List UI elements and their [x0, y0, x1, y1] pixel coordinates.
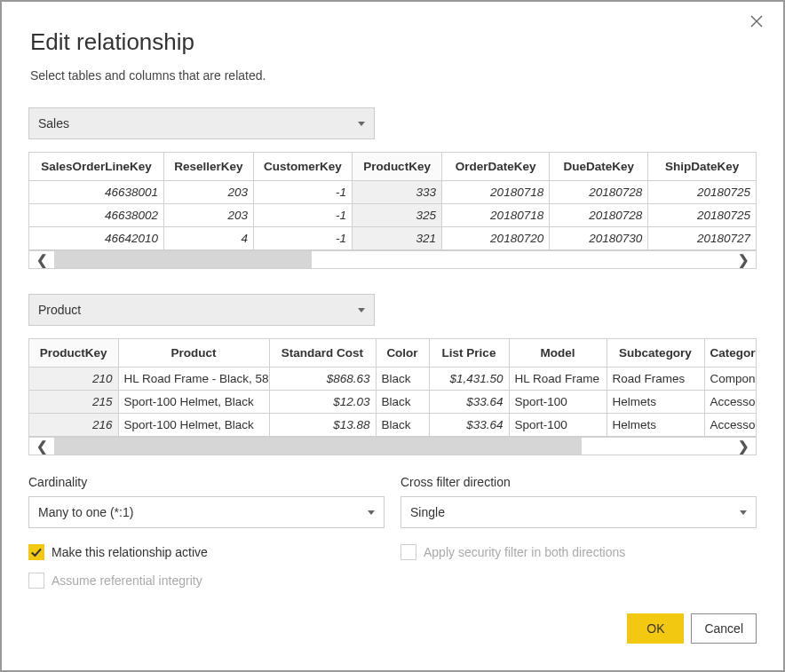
chevron-down-icon: [368, 510, 375, 515]
col-header[interactable]: CustomerKey: [253, 153, 352, 181]
table2-grid: ProductKey Product Standard Cost Color L…: [28, 338, 757, 438]
col-header[interactable]: OrderDateKey: [442, 153, 550, 181]
col-header[interactable]: ProductKey: [29, 339, 118, 368]
scroll-left-icon[interactable]: ❮: [29, 438, 54, 455]
table-row[interactable]: 210 HL Road Frame - Black, 58 $868.63 Bl…: [29, 368, 757, 391]
checkbox-icon: [28, 544, 44, 560]
active-checkbox[interactable]: Make this relationship active: [28, 544, 385, 560]
crossfilter-label: Cross filter direction: [400, 475, 757, 489]
checkbox-icon: [28, 573, 44, 589]
col-header[interactable]: Subcategory: [607, 339, 704, 368]
chevron-down-icon: [740, 510, 747, 515]
col-header[interactable]: DueDateKey: [550, 153, 648, 181]
table1-name: Sales: [38, 116, 69, 130]
cancel-button[interactable]: Cancel: [691, 613, 757, 644]
table2-select[interactable]: Product: [28, 294, 375, 326]
table1-select[interactable]: Sales: [28, 107, 375, 139]
table-row[interactable]: 46642010 4 -1 321 20180720 20180730 2018…: [29, 227, 756, 250]
col-header[interactable]: ShipDateKey: [648, 153, 756, 181]
col-header[interactable]: SalesOrderLineKey: [29, 153, 163, 181]
scroll-right-icon[interactable]: ❯: [731, 438, 756, 455]
close-icon[interactable]: [749, 14, 767, 32]
integrity-checkbox: Assume referential integrity: [28, 573, 385, 589]
edit-relationship-dialog: Edit relationship Select tables and colu…: [0, 0, 785, 672]
col-header[interactable]: ProductKey: [353, 153, 442, 181]
col-header[interactable]: List Price: [429, 339, 509, 368]
col-header[interactable]: Product: [118, 339, 269, 368]
scroll-right-icon[interactable]: ❯: [731, 251, 756, 268]
table2-name: Product: [38, 303, 81, 317]
table-row[interactable]: 216 Sport-100 Helmet, Black $13.88 Black…: [29, 414, 757, 437]
table-row[interactable]: 215 Sport-100 Helmet, Black $12.03 Black…: [29, 391, 757, 414]
checkbox-icon: [400, 544, 416, 560]
col-header[interactable]: Color: [376, 339, 429, 368]
cardinality-select[interactable]: Many to one (*:1): [28, 496, 385, 528]
chevron-down-icon: [358, 308, 365, 312]
chevron-down-icon: [358, 122, 365, 126]
scroll-left-icon[interactable]: ❮: [29, 251, 54, 268]
dialog-title: Edit relationship: [30, 28, 757, 56]
ok-button[interactable]: OK: [627, 613, 684, 644]
col-header[interactable]: Category: [704, 339, 757, 368]
crossfilter-select[interactable]: Single: [400, 496, 757, 528]
col-header[interactable]: Standard Cost: [269, 339, 376, 368]
security-checkbox: Apply security filter in both directions: [400, 544, 757, 560]
cardinality-label: Cardinality: [28, 475, 385, 489]
table2-scrollbar[interactable]: ❮ ❯: [28, 438, 757, 455]
table1-grid: SalesOrderLineKey ResellerKey CustomerKe…: [28, 152, 757, 251]
table1-scrollbar[interactable]: ❮ ❯: [28, 251, 757, 269]
col-header[interactable]: ResellerKey: [163, 153, 253, 181]
table-row[interactable]: 46638001 203 -1 333 20180718 20180728 20…: [29, 181, 756, 204]
col-header[interactable]: Model: [509, 339, 607, 368]
dialog-subtitle: Select tables and columns that are relat…: [30, 68, 757, 83]
table-row[interactable]: 46638002 203 -1 325 20180718 20180728 20…: [29, 204, 756, 227]
